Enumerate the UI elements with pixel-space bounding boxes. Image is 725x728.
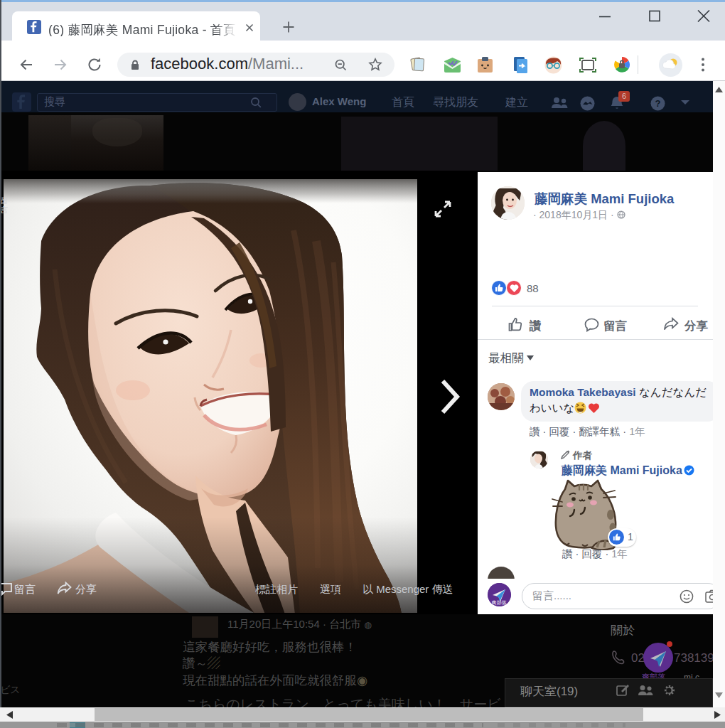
svg-text:?: ? — [655, 98, 661, 109]
svg-text:爽部落: 爽部落 — [492, 600, 507, 606]
